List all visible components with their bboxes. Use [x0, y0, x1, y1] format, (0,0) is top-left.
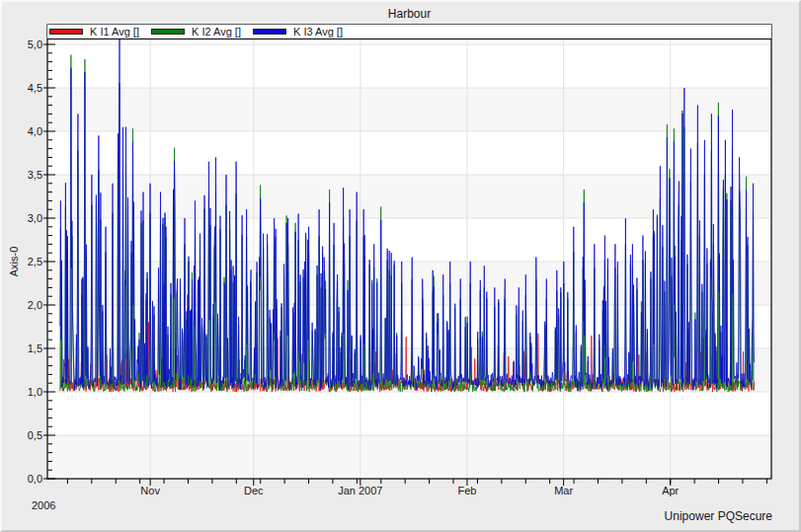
x-month-label: Nov — [120, 485, 180, 496]
y-tick-label: 3,0 — [13, 212, 42, 224]
legend-swatch-k-i3-avg — [253, 29, 286, 35]
y-tick-label: 0,5 — [13, 429, 42, 441]
chart-window: Harbour K I1 Avg []K I2 Avg []K I3 Avg [… — [0, 0, 801, 532]
x-month-label: Feb — [438, 485, 497, 496]
y-tick-label: 1,5 — [13, 342, 42, 354]
x-month-label: Mar — [534, 485, 594, 496]
legend-item-k-i1-avg[interactable]: K I1 Avg [] — [49, 25, 139, 38]
legend-label-k-i2-avg: K I2 Avg [] — [192, 26, 241, 38]
y-tick-label: 2,0 — [13, 299, 42, 311]
y-tick-label: 0,0 — [13, 473, 42, 485]
x-axis-year-label: 2006 — [32, 499, 55, 511]
y-tick-label: 4,5 — [13, 82, 42, 94]
x-month-label: Apr — [641, 485, 700, 496]
y-tick-label: 1,0 — [13, 386, 42, 398]
y-tick-label: 2,5 — [13, 256, 42, 267]
legend-label-k-i1-avg: K I1 Avg [] — [90, 26, 139, 38]
y-tick-label: 3,5 — [13, 169, 42, 181]
x-month-label: Jan 2007 — [331, 485, 390, 496]
legend-label-k-i3-avg: K I3 Avg [] — [293, 26, 343, 38]
x-month-label: Dec — [224, 485, 283, 496]
legend-item-k-i3-avg[interactable]: K I3 Avg [] — [253, 25, 343, 38]
plot-area[interactable] — [2, 2, 801, 532]
legend: K I1 Avg []K I2 Avg []K I3 Avg [] — [47, 25, 771, 39]
y-tick-label: 4,0 — [13, 125, 42, 137]
brand-label: Unipower PQSecure — [665, 509, 772, 523]
legend-swatch-k-i1-avg — [49, 29, 83, 35]
y-tick-label: 5,0 — [13, 38, 42, 50]
legend-swatch-k-i2-avg — [151, 29, 185, 35]
legend-item-k-i2-avg[interactable]: K I2 Avg [] — [151, 25, 241, 38]
